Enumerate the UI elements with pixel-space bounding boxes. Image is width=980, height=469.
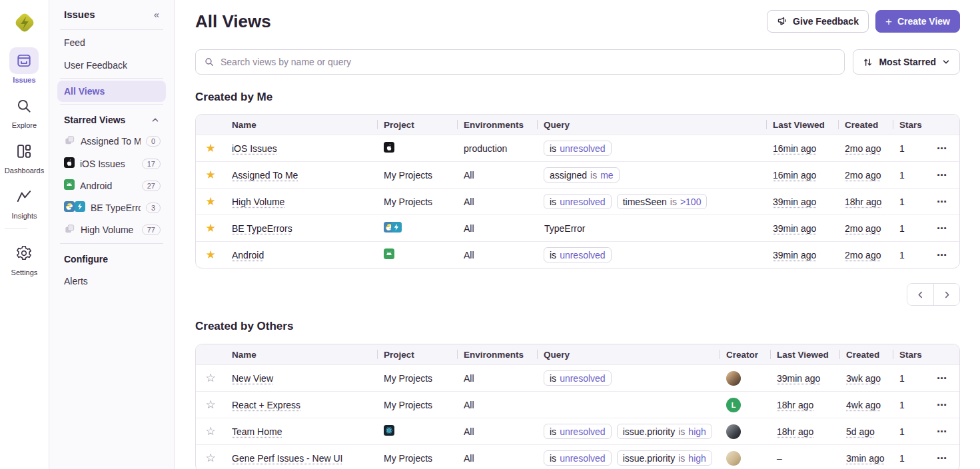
view-name-link[interactable]: Android	[232, 250, 264, 260]
view-name-link[interactable]: Gene Perf Issues - New UI	[232, 453, 343, 464]
query-chip: TypeError	[544, 221, 586, 236]
pagination-prev-button[interactable]	[907, 284, 933, 305]
sidebar-item-alerts[interactable]: Alerts	[57, 270, 166, 292]
ellipsis-icon[interactable]: ⋯	[930, 169, 959, 181]
last-viewed-cell: 16min ago	[766, 170, 838, 181]
query-chip: isunresolved	[544, 141, 612, 156]
ellipsis-icon[interactable]: ⋯	[930, 452, 959, 464]
table-header-row: NameProjectEnvironmentsQueryLast ViewedC…	[196, 115, 959, 135]
view-name-link[interactable]: New View	[232, 373, 273, 384]
query-chip: isunresolved	[544, 370, 612, 386]
view-name-link[interactable]: iOS Issues	[232, 143, 277, 154]
starred-view-android[interactable]: Android27	[57, 175, 166, 197]
starred-views-title: Starred Views	[64, 115, 125, 125]
starred-view-label: Assigned To Me	[81, 136, 141, 147]
ellipsis-icon[interactable]: ⋯	[930, 223, 959, 234]
created-value: 2mo ago	[845, 143, 881, 154]
query-token: unresolved	[560, 453, 606, 464]
main-content: All Views Give Feedback + Create View Mo…	[175, 0, 980, 469]
search-input[interactable]	[221, 57, 836, 67]
ellipsis-icon[interactable]: ⋯	[930, 249, 959, 261]
configure-section-header: Configure	[57, 246, 166, 269]
last-viewed-cell: 39min ago	[766, 223, 838, 234]
sentry-logo[interactable]	[11, 9, 39, 37]
give-feedback-button[interactable]: Give Feedback	[767, 10, 869, 33]
query-token: is	[678, 426, 685, 437]
table-row: ★High VolumeMy ProjectsAllisunresolvedti…	[196, 188, 959, 215]
created-cell: 3min ago	[839, 453, 893, 464]
nav-settings[interactable]: Settings	[5, 240, 44, 276]
collapse-double-chevron-icon[interactable]: «	[154, 9, 159, 20]
nav-dashboards[interactable]: Dashboards	[5, 138, 44, 175]
starred-view-ios-issues[interactable]: iOS Issues17	[57, 153, 166, 175]
starred-view-assigned-to-me[interactable]: Assigned To Me0	[57, 130, 166, 153]
section-title-created-by-others: Created by Others	[195, 320, 960, 333]
star-icon[interactable]: ☆	[196, 399, 225, 410]
starred-view-label: iOS Issues	[80, 159, 137, 169]
column-header-last-viewed: Last Viewed	[770, 350, 839, 360]
dashboards-icon	[9, 138, 39, 165]
created-cell: 3wk ago	[839, 373, 893, 384]
ellipsis-icon[interactable]: ⋯	[930, 372, 959, 384]
view-name-cell: iOS Issues	[225, 143, 377, 154]
created-value: 3wk ago	[846, 373, 881, 384]
view-name-link[interactable]: React + Express	[232, 400, 300, 410]
view-name-link[interactable]: BE TypeErrors	[232, 223, 292, 234]
fastapi-icon	[391, 222, 402, 233]
query-token: is	[678, 453, 685, 464]
created-cell: 2mo ago	[838, 223, 893, 234]
starred-view-label: High Volume	[81, 225, 137, 235]
ellipsis-icon[interactable]: ⋯	[930, 426, 959, 438]
nav-label: Dashboards	[5, 167, 44, 175]
star-icon[interactable]: ☆	[196, 372, 225, 384]
star-icon[interactable]: ★	[196, 169, 225, 181]
insights-icon	[9, 183, 39, 210]
column-header-last-viewed: Last Viewed	[766, 120, 838, 130]
view-name-link[interactable]: Assigned To Me	[232, 170, 298, 181]
query-chip: timesSeenis>100	[617, 194, 708, 209]
stars-count-cell: 1	[893, 400, 930, 410]
view-name-link[interactable]: High Volume	[232, 197, 284, 207]
ellipsis-icon[interactable]: ⋯	[930, 143, 959, 155]
column-header-name: Name	[225, 350, 377, 360]
starred-view-high-volume[interactable]: High Volume77	[57, 219, 166, 241]
query-token: unresolved	[560, 197, 606, 207]
star-icon[interactable]: ★	[196, 223, 225, 234]
star-icon[interactable]: ☆	[196, 426, 225, 437]
search-bar[interactable]	[195, 49, 845, 75]
view-name-link[interactable]: Team Home	[232, 426, 282, 437]
nav-explore[interactable]: Explore	[5, 93, 44, 129]
android-icon	[384, 248, 394, 259]
ellipsis-icon[interactable]: ⋯	[930, 196, 959, 208]
pagination-next-button[interactable]	[933, 284, 959, 305]
star-icon[interactable]: ★	[196, 196, 225, 207]
last-viewed-cell: –	[770, 453, 839, 464]
apple-icon	[64, 157, 75, 170]
query-token: >100	[680, 197, 702, 207]
project-cell: My Projects	[377, 373, 457, 384]
chevron-up-icon[interactable]	[151, 116, 159, 124]
sidebar-item-feed[interactable]: Feed	[57, 32, 166, 53]
starred-view-be-typeerrors[interactable]: BE TypeErrors3	[57, 197, 166, 219]
query-cell: isunresolved	[537, 247, 766, 262]
project-cell	[377, 248, 457, 261]
created-cell: 2mo ago	[838, 143, 893, 154]
project-cell: My Projects	[377, 453, 457, 464]
environments-cell: All	[457, 223, 537, 234]
star-icon[interactable]: ★	[196, 143, 225, 154]
sidebar-item-all-views[interactable]: All Views	[57, 81, 166, 102]
fastapi-icon	[75, 201, 85, 212]
pagination	[195, 283, 960, 306]
clone-icon	[64, 135, 75, 148]
star-icon[interactable]: ★	[196, 249, 225, 260]
query-chip: issue.priorityishigh	[617, 424, 712, 439]
sidebar-item-user-feedback[interactable]: User Feedback	[57, 55, 166, 76]
project-cell	[377, 425, 457, 438]
nav-insights[interactable]: Insights	[5, 183, 44, 220]
nav-issues[interactable]: Issues	[5, 47, 44, 84]
sort-dropdown[interactable]: Most Starred	[853, 49, 960, 75]
ellipsis-icon[interactable]: ⋯	[930, 399, 959, 411]
star-icon[interactable]: ☆	[196, 452, 225, 464]
created-value: 3min ago	[846, 453, 885, 464]
create-view-button[interactable]: + Create View	[875, 10, 960, 33]
